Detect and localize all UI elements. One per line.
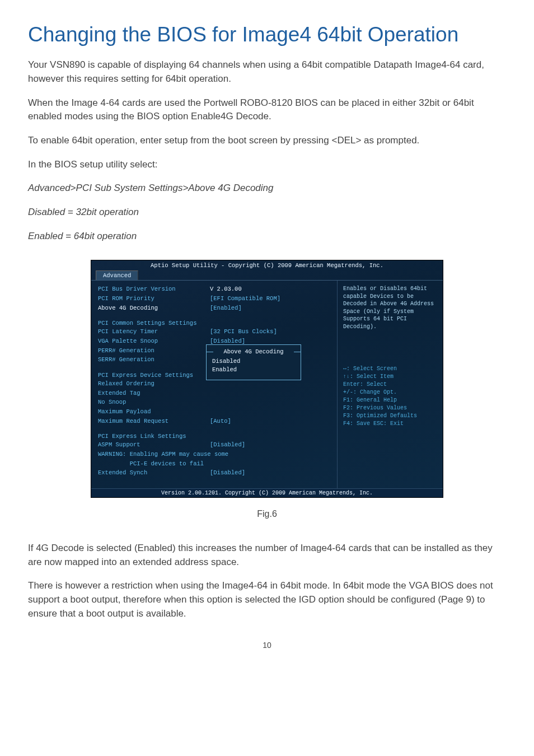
- key-hint: F3: Optimized Defaults: [343, 412, 437, 420]
- bios-section-header: PCI Common Settings Settings: [98, 320, 331, 326]
- body-paragraph: Your VSN890 is capable of displaying 64 …: [28, 58, 506, 86]
- bios-popup-title: Above 4G Decoding: [212, 348, 295, 355]
- bios-label[interactable]: PERR# Generation: [98, 347, 210, 355]
- option-meaning: Disabled = 32bit operation: [28, 206, 506, 220]
- bios-value: V 2.03.00: [210, 285, 242, 293]
- body-paragraph: In the BIOS setup utility select:: [28, 158, 506, 172]
- key-hint: F1: General Help: [343, 396, 437, 404]
- bios-label[interactable]: ASPM Support: [98, 441, 210, 449]
- page-title: Changing the BIOS for Image4 64bit Opera…: [28, 22, 506, 47]
- bios-screenshot: Aptio Setup Utility - Copyright (C) 2009…: [91, 260, 443, 498]
- body-paragraph: To enable 64bit operation, enter setup f…: [28, 134, 506, 148]
- body-paragraph: There is however a restriction when usin…: [28, 579, 506, 620]
- bios-label[interactable]: Extended Tag: [98, 389, 210, 398]
- bios-label[interactable]: No Snoop: [98, 398, 210, 407]
- bios-value: [Disabled]: [210, 441, 245, 449]
- tab-advanced[interactable]: Advanced: [96, 270, 138, 280]
- bios-label-selected[interactable]: Above 4G Decoding: [98, 304, 210, 312]
- option-meaning: Enabled = 64bit operation: [28, 230, 506, 244]
- bios-label: PCI Bus Driver Version: [98, 285, 210, 293]
- popup-option-disabled[interactable]: Disabled: [212, 357, 295, 366]
- bios-label[interactable]: VGA Palette Snoop: [98, 337, 210, 346]
- body-paragraph: If 4G Decode is selected (Enabled) this …: [28, 542, 506, 569]
- bios-label[interactable]: Extended Synch: [98, 469, 210, 477]
- page-number: 10: [28, 641, 506, 650]
- key-hint: F2: Previous Values: [343, 404, 437, 412]
- bios-key-help: ↔: Select Screen ↑↓: Select Item Enter: …: [343, 365, 437, 428]
- bios-label[interactable]: Maximum Read Request: [98, 417, 210, 426]
- bios-warning: WARNING: Enabling ASPM may cause some: [98, 450, 331, 459]
- key-hint: Enter: Select: [343, 381, 437, 389]
- key-hint: +/-: Change Opt.: [343, 389, 437, 396]
- key-hint: ↔: Select Screen: [343, 365, 437, 373]
- key-hint: F4: Save ESC: Exit: [343, 420, 437, 428]
- bios-help-text: Enables or Disables 64bit capable Device…: [343, 285, 437, 330]
- bios-value: [EFI Compatible ROM]: [210, 295, 280, 303]
- bios-value: [Disabled]: [210, 469, 245, 477]
- bios-footer: Version 2.00.1201. Copyright (C) 2009 Am…: [91, 488, 443, 497]
- bios-value: [Auto]: [210, 417, 231, 426]
- bios-label[interactable]: PCI Latency Timer: [98, 328, 210, 336]
- body-paragraph: When the Image 4-64 cards are used the P…: [28, 96, 506, 124]
- key-hint: ↑↓: Select Item: [343, 373, 437, 381]
- bios-label[interactable]: SERR# Generation: [98, 356, 210, 364]
- popup-option-enabled[interactable]: Enabled: [212, 366, 295, 374]
- bios-title-bar: Aptio Setup Utility - Copyright (C) 2009…: [91, 260, 443, 270]
- bios-popup: Above 4G Decoding Disabled Enabled: [206, 344, 301, 380]
- bios-label[interactable]: Maximum Payload: [98, 408, 210, 416]
- figure-caption: Fig.6: [28, 509, 506, 519]
- bios-label[interactable]: PCI ROM Priority: [98, 295, 210, 303]
- bios-value: [32 PCI Bus Clocks]: [210, 328, 277, 336]
- bios-section-header: PCI Express Link Settings: [98, 433, 331, 440]
- bios-label[interactable]: Relaxed Ordering: [98, 380, 210, 388]
- bios-path: Advanced>PCI Sub System Settings>Above 4…: [28, 181, 506, 195]
- bios-warning: PCI-E devices to fail: [98, 460, 331, 468]
- bios-value: [Enabled]: [210, 304, 242, 312]
